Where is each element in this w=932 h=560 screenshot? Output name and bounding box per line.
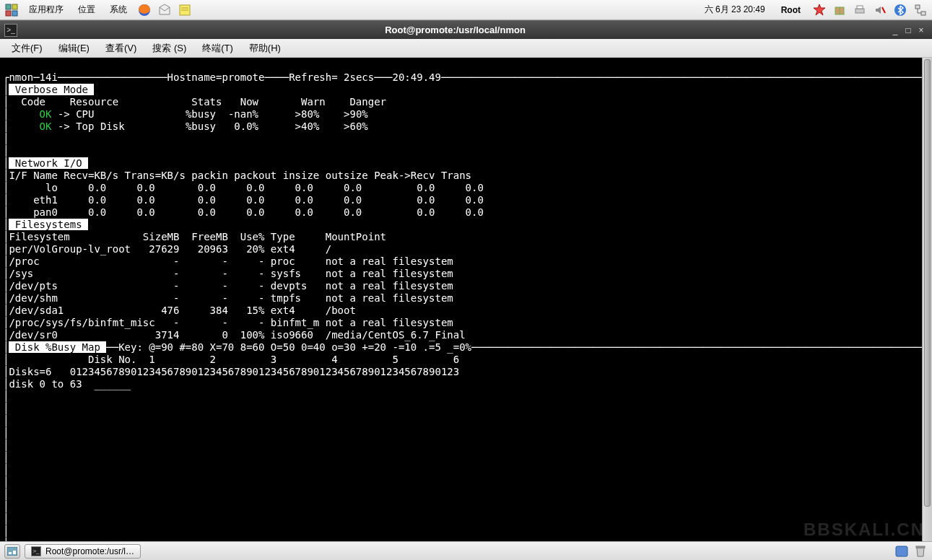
network-header: I/F Name Recv=KB/s Trans=KB/s packin pac… [9,170,471,181]
verbose-mode-title: Verbose Mode [9,84,94,95]
nmon-hostname: Hostname=promote [167,71,265,83]
fs-row: /sys - - - sysfs not a real filesystem [9,268,453,279]
clock[interactable]: 六 6月 23 20:49 [700,2,770,17]
topdisk-row: -> Top Disk %busy 0.0% >40% >60% [51,121,367,132]
window-title: Root@promote:/usr/local/nmon [22,25,889,35]
cpu-row: -> CPU %busy -nan% >80% >90% [51,108,367,120]
net-row-lo: lo 0.0 0.0 0.0 0.0 0.0 0.0 0.0 0.0 [9,182,483,193]
disk-busy-row: disk 0 to 63 ______ [9,378,131,390]
svg-rect-0 [6,4,11,9]
menu-file[interactable]: 文件(F) [4,40,50,57]
firefox-icon[interactable] [137,3,152,17]
menu-applications[interactable]: 应用程序 [25,2,68,17]
fs-header: Filesystem SizeMB FreeMB Use% Type Mount… [9,231,386,242]
svg-rect-2 [6,11,11,16]
disk-status-ok: OK [40,121,52,132]
svg-marker-8 [814,4,825,15]
svg-rect-20 [896,546,907,556]
svg-rect-1 [12,4,17,9]
menu-search[interactable]: 搜索 (S) [145,40,193,57]
update-icon[interactable] [812,3,827,17]
fs-row: /dev/sda1 476 384 15% ext4 /boot [9,305,355,316]
show-desktop-button[interactable] [4,544,20,559]
nmon-refresh: Refresh= 2secs [289,71,374,83]
menu-help[interactable]: 帮助(H) [242,40,288,57]
disk-busy-header: Disk No. 1 2 3 4 5 6 [9,354,459,365]
verbose-columns: Code Resource Stats Now Warn Danger [9,96,386,108]
fs-row: /dev/sr0 3714 0 100% iso9660 /media/Cent… [9,329,465,341]
bottom-panel: >_ Root@promote:/usr/l… [0,541,932,560]
cpu-status-ok: OK [40,108,52,120]
svg-rect-18 [9,552,12,554]
menu-terminal[interactable]: 终端(T) [195,40,240,57]
svg-line-13 [882,7,885,13]
terminal-area[interactable]: ┌nmon─14i──────────────────Hostname=prom… [0,58,932,541]
menu-system[interactable]: 系统 [105,2,131,17]
maximize-button[interactable]: □ [902,24,915,37]
taskbar-terminal-button[interactable]: >_ Root@promote:/usr/l… [25,544,141,559]
trash-icon[interactable] [913,544,928,559]
fs-row: /dev/shm - - - tmpfs not a real filesyst… [9,292,453,304]
filesystems-title: Filesystems [9,219,88,230]
terminal-scrollbar[interactable] [922,58,932,541]
menu-edit[interactable]: 编辑(E) [51,40,97,57]
user-menu[interactable]: Root [775,5,806,15]
fs-row: /proc - - - proc not a real filesystem [9,255,453,267]
menu-places[interactable]: 位置 [74,2,100,17]
disk-busy-map-title: Disk %Busy Map [9,341,106,353]
taskbar-label: Root@promote:/usr/l… [45,546,134,556]
fs-row: /proc/sys/fs/binfmt_misc - - - binfmt_m … [9,317,453,328]
watermark: BBSKALI.CN [803,520,925,540]
fs-row: per/VolGroup-lv_root 27629 20963 20% ext… [9,243,331,255]
network-io-title: Network I/O [9,157,88,169]
svg-rect-19 [13,551,16,554]
scrollbar-thumb[interactable] [924,59,931,507]
net-row-pan0: pan0 0.0 0.0 0.0 0.0 0.0 0.0 0.0 0.0 [9,206,483,218]
disk-busy-numbers: Disks=6 01234567890123456789012345678901… [9,366,459,377]
svg-rect-16 [921,12,926,15]
terminal-task-icon: >_ [31,546,41,556]
terminal-app-icon: >_ [4,24,17,37]
package-icon[interactable] [832,3,847,17]
top-panel: 应用程序 位置 系统 六 6月 23 20:49 Root [0,0,932,20]
printer-icon[interactable] [853,3,867,17]
menu-view[interactable]: 查看(V) [98,40,144,57]
svg-rect-11 [855,9,864,13]
minimize-button[interactable]: _ [889,24,902,37]
nmon-time: 20:49.49 [392,71,440,83]
fs-row: /dev/pts - - - devpts not a real filesys… [9,280,453,292]
svg-rect-21 [916,546,925,548]
volume-icon[interactable] [873,3,887,17]
gnome-menu-icon[interactable] [4,3,19,17]
terminal-menubar: 文件(F) 编辑(E) 查看(V) 搜索 (S) 终端(T) 帮助(H) [0,39,932,58]
net-row-eth1: eth1 0.0 0.0 0.0 0.0 0.0 0.0 0.0 0.0 [9,194,483,206]
network-icon[interactable] [913,3,928,17]
mail-icon[interactable] [157,3,172,17]
close-button[interactable]: × [915,24,928,37]
svg-rect-3 [12,11,17,16]
notes-icon[interactable] [178,3,192,17]
nmon-version: nmon─14i [9,71,57,83]
workspace-switcher-icon[interactable] [894,544,909,559]
svg-rect-12 [857,6,863,9]
svg-rect-15 [915,5,920,9]
bluetooth-icon[interactable] [893,3,907,17]
disk-busy-key: ──Key: @=90 #=80 X=70 8=60 O=50 0=40 o=3… [106,341,932,353]
window-titlebar[interactable]: >_ Root@promote:/usr/local/nmon _ □ × [0,20,932,39]
